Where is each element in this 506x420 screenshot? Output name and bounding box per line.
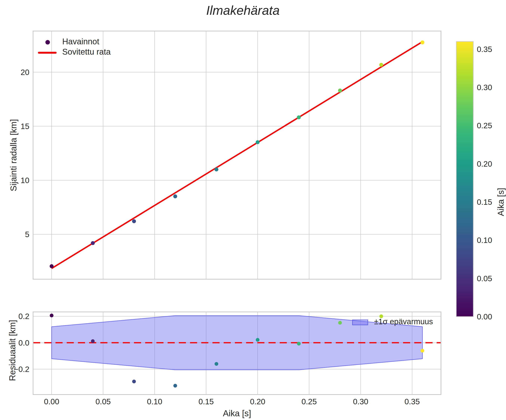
legend-uncertainty-band-label: ±1σ epävarmuus <box>374 318 433 326</box>
colorbar-tick-label: 0.10 <box>477 236 492 244</box>
x-tick-label: 0.30 <box>353 397 368 406</box>
colorbar-tick-label: 0.35 <box>477 45 492 54</box>
y-tick-label: 0.2 <box>19 312 29 321</box>
y-tick-label: 15 <box>20 122 29 131</box>
x-tick-label: 0.35 <box>405 397 420 406</box>
colorbar: 0.000.050.100.150.200.250.300.35 <box>456 41 492 321</box>
x-axis-label-time: Aika [s] <box>33 409 441 418</box>
x-tick-label: 0.20 <box>250 397 265 406</box>
figure: 51015200.20.0−0.20.000.050.100.150.200.2… <box>0 0 506 420</box>
legend-uncertainty-band-icon <box>352 320 368 325</box>
chart-title: Ilmakehärata <box>0 4 486 17</box>
observation-point <box>338 89 342 93</box>
residual-point <box>91 339 95 343</box>
legend-fitted-line-icon <box>38 52 57 54</box>
observation-point <box>379 63 383 67</box>
observation-point <box>256 140 260 144</box>
legend-observations-label: Havainnot <box>62 37 99 46</box>
y-tick-label: 5 <box>25 230 29 239</box>
trajectory-axes: 5101520 <box>20 31 441 279</box>
x-tick-label: 0.00 <box>44 397 59 406</box>
colorbar-tick-label: 0.25 <box>477 121 492 130</box>
residual-point <box>256 338 260 342</box>
y-tick-label: 20 <box>20 68 29 77</box>
chart-canvas: 51015200.20.0−0.20.000.050.100.150.200.2… <box>0 0 506 420</box>
observation-point <box>132 219 136 223</box>
y-axis-label-position: Sijainti radalla [km] <box>9 119 18 191</box>
y-axis-label-residuals: Residuaalit [km] <box>8 320 17 381</box>
residuals-axes: 0.20.0−0.20.000.050.100.150.200.250.300.… <box>14 312 441 406</box>
x-tick-label: 0.05 <box>95 397 111 406</box>
colorbar-tick-label: 0.30 <box>477 83 492 92</box>
legend-observations-marker-icon <box>45 40 50 45</box>
residual-point <box>297 342 301 345</box>
colorbar-tick-label: 0.00 <box>477 312 492 321</box>
colorbar-tick-label: 0.15 <box>477 198 492 206</box>
x-tick-label: 0.25 <box>302 397 317 406</box>
colorbar-tick-label: 0.05 <box>477 274 492 283</box>
legend-fitted-line-label: Sovitettu rata <box>62 47 111 56</box>
y-tick-label: 0.0 <box>19 339 29 347</box>
y-tick-label: 10 <box>20 176 29 185</box>
colorbar-gradient <box>456 41 473 317</box>
observation-point <box>91 241 95 245</box>
residual-point <box>338 321 342 325</box>
x-tick-label: 0.10 <box>147 397 162 406</box>
colorbar-label: Aika [s] <box>496 188 505 216</box>
residual-point <box>132 379 136 383</box>
residual-point <box>173 384 177 388</box>
x-tick-label: 0.15 <box>199 397 214 406</box>
colorbar-tick-label: 0.20 <box>477 160 492 168</box>
residual-point <box>50 314 53 317</box>
residual-point <box>421 349 424 352</box>
observation-point <box>297 115 301 119</box>
observation-point <box>420 41 424 44</box>
residual-point <box>214 362 218 366</box>
observation-point <box>214 168 219 171</box>
observation-point <box>173 195 177 198</box>
observation-point <box>50 264 54 268</box>
